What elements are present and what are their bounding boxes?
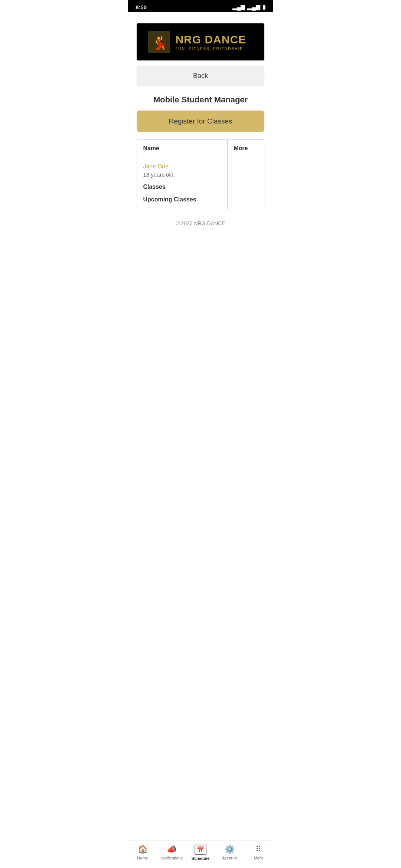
student-more-cell [228, 157, 264, 209]
wifi-icon: ▂▄▆ [232, 4, 245, 10]
student-table: Name More Jane Doe 13 years old. Classes… [137, 139, 264, 209]
col-name-header: Name [137, 140, 227, 157]
page-title: Mobile Student Manager [128, 95, 273, 105]
status-icons: ▂▄▆ ▂▄▆ ▮ [232, 4, 265, 10]
student-upcoming-label: Upcoming Classes [143, 196, 221, 203]
time-display: 8:50 [136, 4, 147, 10]
signal-icon: ▂▄▆ [247, 4, 260, 10]
table-row: Jane Doe 13 years old. Classes Upcoming … [137, 157, 264, 209]
back-button[interactable]: Back [137, 66, 264, 86]
col-more-header: More [228, 140, 264, 157]
status-bar: 8:50 ▂▄▆ ▂▄▆ ▮ [128, 0, 273, 12]
svg-text:💃: 💃 [151, 35, 168, 51]
student-age: 13 years old. [143, 171, 221, 178]
battery-icon: ▮ [263, 4, 265, 10]
logo-subtitle: FUN, FITNESS, FRIENDSHIP [175, 47, 246, 51]
footer-text: © 2023 NRG DANCE [128, 220, 273, 226]
logo-text: NRG DANCE FUN, FITNESS, FRIENDSHIP [175, 33, 246, 51]
student-classes-label: Classes [143, 184, 221, 190]
register-classes-button[interactable]: Register for Classes [137, 111, 264, 132]
dancer-icon: 💃 [148, 31, 170, 53]
logo-banner: 💃 NRG DANCE FUN, FITNESS, FRIENDSHIP [137, 23, 264, 60]
main-content: 💃 NRG DANCE FUN, FITNESS, FRIENDSHIP Bac… [128, 23, 273, 271]
student-name[interactable]: Jane Doe [143, 163, 221, 170]
student-info-cell: Jane Doe 13 years old. Classes Upcoming … [137, 157, 227, 209]
logo-title: NRG DANCE [175, 33, 246, 46]
